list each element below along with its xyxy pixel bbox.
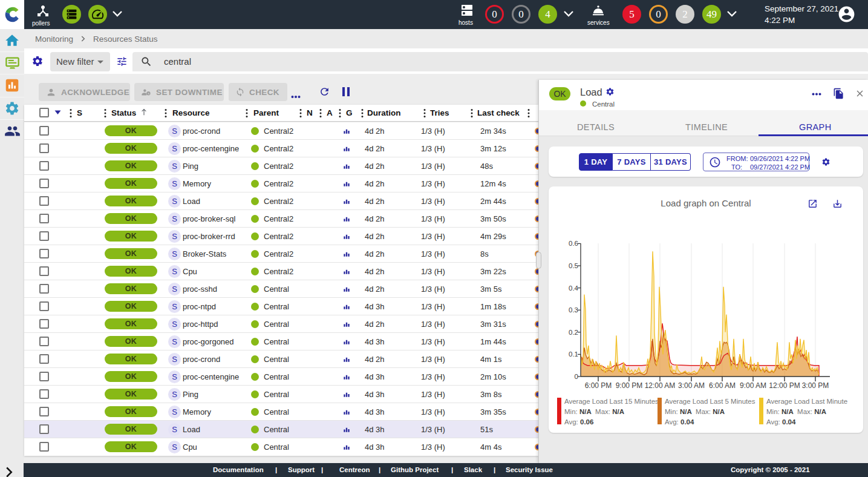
- svg-text:0.3: 0.3: [569, 306, 578, 314]
- svg-text:3:00 PM: 3:00 PM: [802, 381, 829, 390]
- svg-text:12:00 PM: 12:00 PM: [769, 381, 800, 390]
- svg-text:0.5: 0.5: [569, 262, 578, 269]
- svg-text:3:00 AM: 3:00 AM: [678, 381, 705, 390]
- svg-text:0.2: 0.2: [569, 329, 578, 336]
- svg-text:0.1: 0.1: [569, 350, 578, 358]
- svg-text:9:00 PM: 9:00 PM: [616, 381, 643, 390]
- svg-text:12:00 AM: 12:00 AM: [645, 381, 676, 390]
- svg-text:0: 0: [575, 373, 578, 380]
- svg-text:0.6: 0.6: [569, 240, 578, 247]
- svg-text:6:00 PM: 6:00 PM: [585, 381, 612, 390]
- svg-text:0.4: 0.4: [569, 285, 579, 292]
- svg-text:6:00 AM: 6:00 AM: [709, 381, 736, 390]
- svg-text:9:00 AM: 9:00 AM: [740, 381, 766, 390]
